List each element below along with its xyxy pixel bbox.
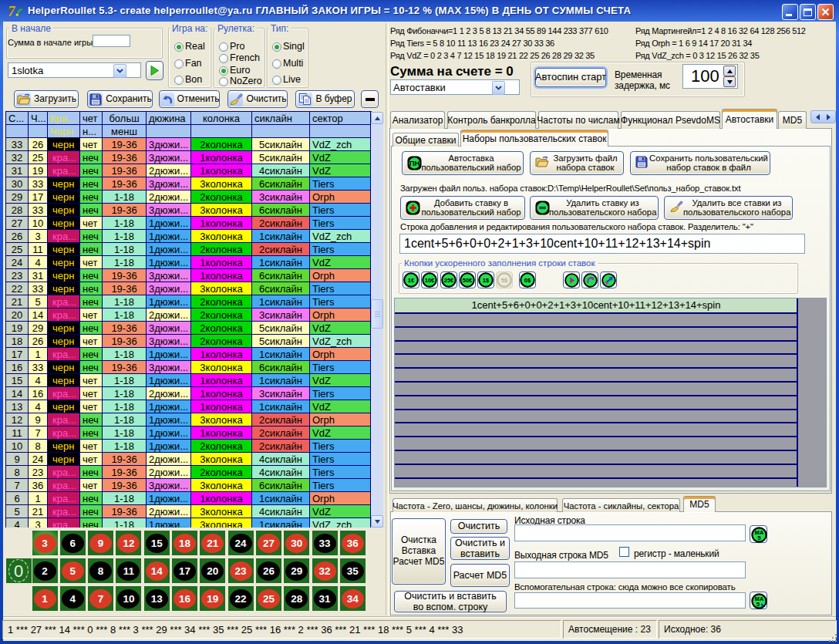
svg-text:25€: 25€ <box>444 277 454 284</box>
svg-text:5$: 5$ <box>501 277 508 284</box>
svg-text:10€: 10€ <box>425 277 435 284</box>
svg-text:ПН: ПН <box>409 159 420 167</box>
svg-text:7: 7 <box>8 3 16 19</box>
svg-text:1$: 1$ <box>483 277 490 284</box>
svg-text:0: 0 <box>14 561 23 581</box>
svg-text:5: 5 <box>756 601 760 608</box>
svg-text:0$: 0$ <box>524 277 531 284</box>
svg-text:50€: 50€ <box>463 277 473 284</box>
svg-text:1€: 1€ <box>408 277 415 284</box>
svg-text:5: 5 <box>757 534 761 541</box>
